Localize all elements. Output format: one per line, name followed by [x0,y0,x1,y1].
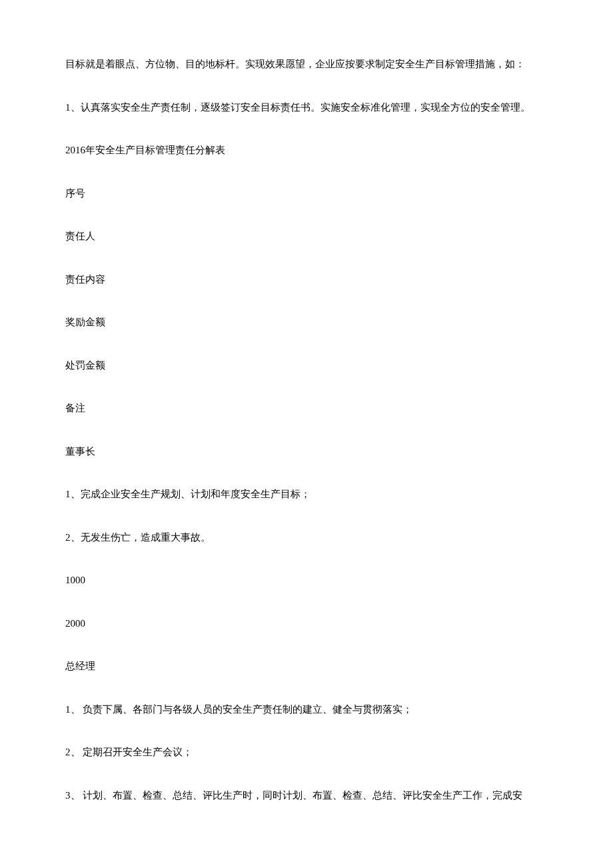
value-2000: 2000 [45,616,568,631]
value-1000: 1000 [45,573,568,588]
gm-duty-3: 3、 计划、布置、检查、总结、评比生产时，同时计划、布置、检查、总结、评比安全生… [45,788,568,803]
paragraph-table-title: 2016年安全生产目标管理责任分解表 [45,143,568,158]
paragraph-item-1: 1、认真落实安全生产责任制，逐级签订安全目标责任书。实施安全标准化管理，实现全方… [45,100,568,115]
chairman-duty-2: 2、无发生伤亡，造成重大事故。 [45,530,568,545]
paragraph-intro: 目标就是着眼点、方位物、目的地标杆。实现效果愿望，企业应按要求制定安全生产目标管… [45,57,568,72]
header-sequence: 序号 [45,186,568,201]
chairman-duty-1: 1、完成企业安全生产规划、计划和年度安全生产目标； [45,487,568,502]
header-responsible: 责任人 [45,229,568,244]
header-penalty: 处罚金额 [45,358,568,373]
header-content: 责任内容 [45,272,568,287]
header-reward: 奖励金额 [45,315,568,330]
role-chairman: 董事长 [45,444,568,459]
header-remark: 备注 [45,401,568,416]
role-general-manager: 总经理 [45,659,568,674]
gm-duty-1: 1、 负责下属、各部门与各级人员的安全生产责任制的建立、健全与贯彻落实； [45,702,568,717]
gm-duty-2: 2、 定期召开安全生产会议； [45,745,568,760]
